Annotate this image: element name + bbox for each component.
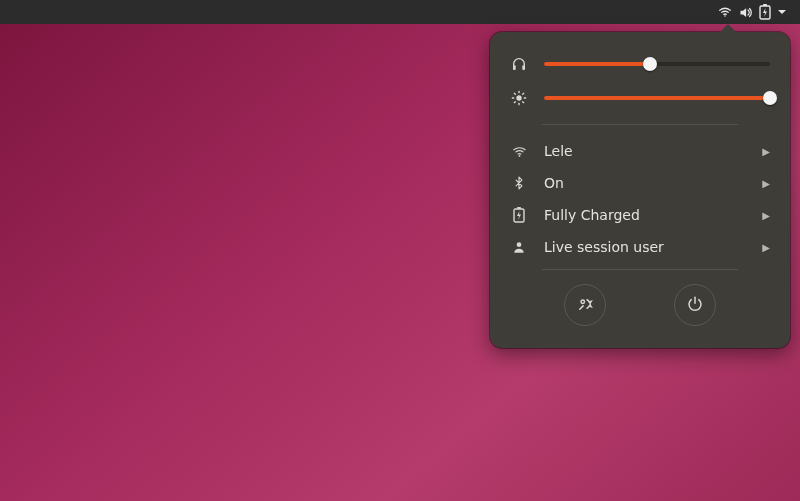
battery-indicator-icon[interactable] <box>759 4 771 20</box>
wifi-menu-item[interactable]: Lele ▶ <box>510 135 770 167</box>
volume-slider[interactable] <box>544 57 770 71</box>
chevron-right-icon: ▶ <box>762 210 770 221</box>
svg-point-14 <box>518 155 520 157</box>
svg-rect-3 <box>513 65 516 70</box>
svg-line-10 <box>514 93 515 94</box>
brightness-icon <box>510 90 528 106</box>
svg-line-11 <box>523 102 524 103</box>
volume-indicator-icon[interactable] <box>738 5 753 20</box>
brightness-slider[interactable] <box>544 91 770 105</box>
chevron-right-icon: ▶ <box>762 178 770 189</box>
user-menu-item[interactable]: Live session user ▶ <box>510 231 770 263</box>
wifi-icon <box>510 144 528 159</box>
settings-icon <box>576 295 594 316</box>
wifi-label: Lele <box>544 143 746 159</box>
svg-point-5 <box>516 95 521 100</box>
system-menu-popover: Lele ▶ On ▶ Fully Charged ▶ <box>490 32 790 348</box>
brightness-slider-row <box>510 90 770 106</box>
svg-rect-4 <box>522 65 525 70</box>
power-button[interactable] <box>674 284 716 326</box>
popover-arrow <box>720 24 736 32</box>
power-icon <box>686 295 704 316</box>
headphones-icon <box>510 56 528 72</box>
popover-footer <box>510 284 770 326</box>
user-icon <box>510 240 528 254</box>
battery-label: Fully Charged <box>544 207 746 223</box>
bluetooth-icon <box>510 175 528 191</box>
battery-icon <box>510 207 528 223</box>
volume-slider-row <box>510 56 770 72</box>
chevron-right-icon: ▶ <box>762 146 770 157</box>
settings-button[interactable] <box>564 284 606 326</box>
svg-line-12 <box>514 102 515 103</box>
svg-point-0 <box>724 15 726 17</box>
svg-point-17 <box>517 242 522 247</box>
separator <box>542 124 738 125</box>
svg-line-13 <box>523 93 524 94</box>
top-bar <box>0 0 800 24</box>
battery-menu-item[interactable]: Fully Charged ▶ <box>510 199 770 231</box>
svg-rect-2 <box>763 4 767 6</box>
svg-point-18 <box>581 300 584 303</box>
system-menu-list: Lele ▶ On ▶ Fully Charged ▶ <box>510 135 770 263</box>
separator <box>542 269 738 270</box>
bluetooth-label: On <box>544 175 746 191</box>
wifi-indicator-icon[interactable] <box>718 5 732 19</box>
chevron-right-icon: ▶ <box>762 242 770 253</box>
svg-rect-16 <box>517 207 521 209</box>
system-menu-caret-icon[interactable] <box>777 7 787 17</box>
bluetooth-menu-item[interactable]: On ▶ <box>510 167 770 199</box>
user-label: Live session user <box>544 239 746 255</box>
